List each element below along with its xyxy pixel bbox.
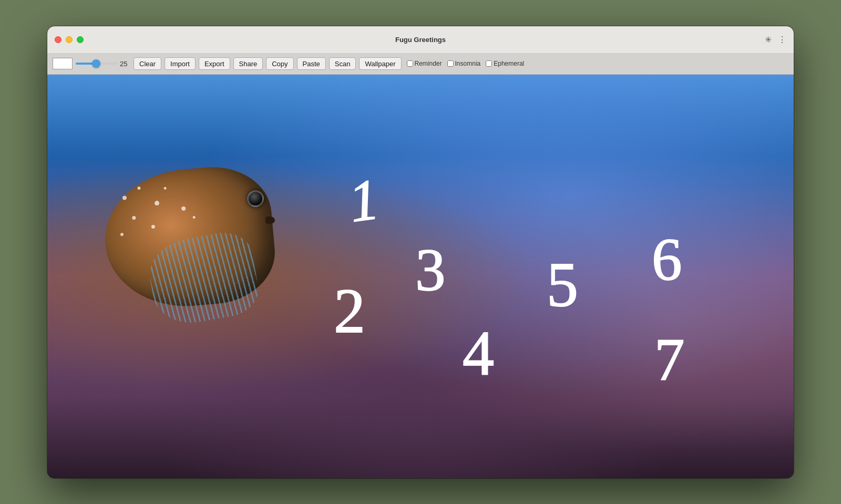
fish-spot: [181, 206, 186, 211]
title-bar-right: ✳ ⋮: [765, 35, 786, 45]
title-bar: Fugu Greetings ✳ ⋮: [47, 26, 794, 54]
slider-container: 25: [76, 60, 130, 68]
close-button[interactable]: [55, 36, 61, 43]
import-button[interactable]: Import: [165, 57, 196, 70]
fish-spot: [192, 215, 195, 218]
reminder-checkbox[interactable]: [407, 60, 413, 67]
maximize-button[interactable]: [77, 36, 84, 43]
slider-value: 25: [120, 60, 130, 68]
toolbar: 25 Clear Import Export Share Copy Paste …: [47, 54, 794, 75]
share-button[interactable]: Share: [233, 57, 263, 70]
fish-spot: [120, 232, 124, 236]
reminder-label: Reminder: [415, 60, 442, 67]
fish-spot: [163, 187, 166, 189]
checkboxes: Reminder Insomnia Ephemeral: [407, 60, 525, 67]
canvas-area[interactable]: 1 2 3 4 5 6 7: [47, 75, 794, 478]
fish-mouth: [265, 217, 275, 224]
copy-button[interactable]: Copy: [266, 57, 293, 70]
insomnia-label: Insomnia: [455, 60, 481, 67]
insomnia-checkbox[interactable]: [447, 60, 454, 67]
insomnia-checkbox-label[interactable]: Insomnia: [447, 60, 481, 67]
fish-spot: [137, 186, 141, 190]
app-window: Fugu Greetings ✳ ⋮ 25 Clear Import Expor…: [47, 26, 794, 478]
minimize-button[interactable]: [66, 36, 73, 43]
window-title: Fugu Greetings: [395, 36, 446, 44]
reminder-checkbox-label[interactable]: Reminder: [407, 60, 442, 67]
wallpaper-button[interactable]: Wallpaper: [359, 57, 401, 70]
export-button[interactable]: Export: [199, 57, 230, 70]
fish-stripes: [145, 228, 263, 328]
brush-size-slider[interactable]: [76, 63, 118, 65]
clear-button[interactable]: Clear: [134, 57, 161, 70]
fish-spot: [132, 215, 136, 220]
fish-graphic: [79, 127, 310, 379]
ephemeral-label: Ephemeral: [494, 60, 524, 67]
traffic-lights: [55, 36, 84, 43]
fish-eye: [247, 190, 264, 207]
fish-spot: [122, 196, 127, 200]
paste-button[interactable]: Paste: [297, 57, 326, 70]
menu-icon[interactable]: ⋮: [778, 35, 786, 45]
fish-spot: [155, 200, 160, 205]
color-swatch[interactable]: [53, 58, 73, 69]
ephemeral-checkbox[interactable]: [486, 60, 492, 67]
scan-button[interactable]: Scan: [329, 57, 356, 70]
ephemeral-checkbox-label[interactable]: Ephemeral: [486, 60, 524, 67]
fish-spot: [151, 224, 156, 229]
extensions-icon[interactable]: ✳: [765, 35, 772, 45]
fish-body: [99, 162, 279, 313]
